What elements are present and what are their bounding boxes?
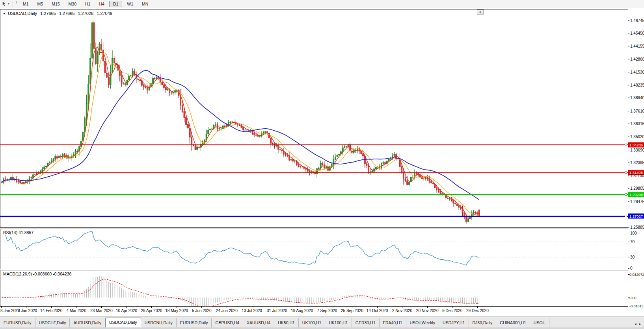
svg-text:70: 70 <box>630 240 635 244</box>
svg-text:5 Jun 2020: 5 Jun 2020 <box>192 309 212 313</box>
timeframe-button-m15[interactable]: M15 <box>48 1 63 7</box>
svg-text:13 Jul 2020: 13 Jul 2020 <box>242 309 262 313</box>
svg-text:1.27027: 1.27027 <box>629 214 643 218</box>
chart-tab-audusd-daily[interactable]: AUDUSD,Daily <box>70 318 105 327</box>
timeframe-button-d1[interactable]: D1 <box>109 1 122 7</box>
svg-text:1.44155: 1.44155 <box>630 44 644 48</box>
ohlc-open-value: 1.27665 <box>40 11 56 16</box>
chart-tab-usdchf-daily[interactable]: USDCHF,Daily <box>35 318 70 327</box>
cursor-arrow-icon <box>2 1 7 7</box>
svg-text:1.28475: 1.28475 <box>630 200 644 204</box>
ohlc-low-value: 1.27028 <box>78 11 93 16</box>
svg-text:100: 100 <box>630 231 637 235</box>
svg-text:1.25885: 1.25885 <box>630 225 644 229</box>
toolbar-grip-handle[interactable] <box>16 1 17 7</box>
chart-tab-usdcnh-daily[interactable]: USDCNH,Daily <box>141 318 177 327</box>
svg-text:30: 30 <box>630 255 635 259</box>
svg-text:0: 0 <box>630 266 633 270</box>
svg-text:1.31100: 1.31100 <box>630 174 644 178</box>
svg-text:1.46745: 1.46745 <box>630 18 644 23</box>
rsi-panel <box>0 231 628 266</box>
svg-text:1.35020: 1.35020 <box>630 135 644 139</box>
price-chart-canvas[interactable]: 1.342061.314051.292081.270271.467451.454… <box>0 8 644 316</box>
svg-text:1.29805: 1.29805 <box>630 186 644 190</box>
svg-text:4 Mar 2020: 4 Mar 2020 <box>67 309 87 313</box>
timeframe-button-h1[interactable]: H1 <box>81 1 94 7</box>
horizontal-lines[interactable]: 1.342061.314051.292081.27027 <box>0 142 644 219</box>
chart-tab-eurusd-daily[interactable]: EURUSD,Daily <box>0 318 35 327</box>
svg-text:24 Jun 2020: 24 Jun 2020 <box>216 309 238 313</box>
collapse-triangle-icon[interactable]: ▼ <box>3 12 6 15</box>
svg-text:1.29208: 1.29208 <box>629 192 643 197</box>
macd-indicator-label: MACD(12,26,9) -0.003600 -0.004236 <box>3 272 71 276</box>
chart-title: ▼ USDCAD,Daily 1.27665 1.27665 1.27028 1… <box>3 11 112 16</box>
toolbar-separator <box>13 1 13 7</box>
svg-text:1.45450: 1.45450 <box>630 31 644 35</box>
panel-borders <box>0 9 628 307</box>
chart-tab-usoil-[interactable]: USOil, <box>530 318 549 327</box>
svg-text:1.36315: 1.36315 <box>630 122 644 126</box>
svg-text:31 Jul 2020: 31 Jul 2020 <box>267 309 287 313</box>
tab-scroll-right-icon[interactable]: ► <box>638 322 642 326</box>
ohlc-high-value: 1.27665 <box>59 11 75 16</box>
chart-window[interactable]: 1.342061.314051.292081.270271.467451.454… <box>0 8 644 316</box>
symbol-tabs: EURUSD,DailyUSDCHF,DailyAUDUSD,DailyUSDC… <box>0 316 632 327</box>
date-axis: 8 Jan 202027 Jan 202014 Feb 20204 Mar 20… <box>0 307 489 313</box>
chart-tab-ger30-h1[interactable]: GER30,H1 <box>352 318 380 327</box>
chart-tab-china300-h1[interactable]: CHINA300,H1 <box>496 318 530 327</box>
timeframe-button-m30[interactable]: M30 <box>65 1 80 7</box>
timeframe-button-mn[interactable]: MN <box>138 1 152 7</box>
svg-text:14 Feb 2020: 14 Feb 2020 <box>40 309 63 313</box>
timeframe-button-w1[interactable]: W1 <box>123 1 137 7</box>
ohlc-close-value: 1.27049 <box>97 11 112 16</box>
svg-text:27 Jan 2020: 27 Jan 2020 <box>15 309 37 313</box>
moving-averages <box>2 47 479 218</box>
cursor-tool-button[interactable]: ▼ <box>0 0 11 7</box>
chart-tab-hk50-h1[interactable]: HK50,H1 <box>274 318 299 327</box>
svg-text:2 Nov 2020: 2 Nov 2020 <box>392 309 413 313</box>
svg-text:20 Nov 2020: 20 Nov 2020 <box>416 309 439 313</box>
svg-text:1.40235: 1.40235 <box>630 83 644 87</box>
timeframe-button-m1[interactable]: M1 <box>19 1 33 7</box>
chart-tab-uk100-h1[interactable]: UK100,H1 <box>325 318 352 327</box>
macd-panel <box>2 276 479 306</box>
chart-scroll-up-button[interactable]: ▲ <box>477 9 484 15</box>
price-axis: 1.467451.454501.441551.428601.415301.402… <box>628 18 644 308</box>
svg-text:25 Sep 2020: 25 Sep 2020 <box>341 309 363 313</box>
svg-text:7 Sep 2020: 7 Sep 2020 <box>317 309 337 313</box>
chart-tab-dj30-daily[interactable]: DJ30,Daily <box>469 318 497 327</box>
chart-tab-usdjpy-h1[interactable]: USDJPY,H1 <box>439 318 469 327</box>
svg-text:1.37610: 1.37610 <box>630 109 644 113</box>
tab-scroll-arrows: ◄ ► <box>632 322 644 327</box>
toolbar-separator <box>154 1 154 7</box>
timeframe-button-m5[interactable]: M5 <box>34 1 47 7</box>
symbol-tabbar: EURUSD,DailyUSDCHF,DailyAUDUSD,DailyUSDC… <box>0 316 644 327</box>
chart-tab-usdcad-daily[interactable]: USDCAD,Daily <box>105 318 141 327</box>
chart-tab-eurusd-daily[interactable]: EURUSD,Daily <box>177 318 212 327</box>
top-toolbar: ▼ M1M5M15M30H1H4D1W1MN <box>0 0 644 8</box>
svg-text:1.33690: 1.33690 <box>630 148 644 152</box>
svg-text:29 Dec 2020: 29 Dec 2020 <box>466 309 489 313</box>
chart-tab-fra40-h1[interactable]: FRA40,H1 <box>380 318 406 327</box>
svg-text:19 Aug 2020: 19 Aug 2020 <box>291 309 313 313</box>
candles <box>1 20 480 224</box>
svg-text:9 Dec 2020: 9 Dec 2020 <box>442 309 463 313</box>
rsi-indicator-label: RSI(14) 41.8857 <box>3 230 34 235</box>
chart-tab-xauusd-h4[interactable]: XAUUSD,H4 <box>243 318 274 327</box>
timeframe-button-group: M1M5M15M30H1H4D1W1MN <box>19 1 153 7</box>
chevron-down-icon: ▼ <box>7 3 10 5</box>
svg-text:10 Apr 2020: 10 Apr 2020 <box>116 309 137 313</box>
svg-text:14 Oct 2020: 14 Oct 2020 <box>367 309 388 313</box>
svg-text:18 May 2020: 18 May 2020 <box>165 309 188 313</box>
svg-text:29 Apr 2020: 29 Apr 2020 <box>141 309 162 313</box>
tab-scroll-left-icon[interactable]: ◄ <box>634 322 637 326</box>
svg-text:1.38940: 1.38940 <box>630 96 644 100</box>
svg-text:0.00: 0.00 <box>629 296 637 300</box>
timeframe-button-h4[interactable]: H4 <box>95 1 108 7</box>
chart-tab-gbpusd-h4[interactable]: GBPUSD,H4 <box>212 318 243 327</box>
chart-tab-uk100-h1[interactable]: UK100,H1 <box>299 318 325 327</box>
svg-text:1.42860: 1.42860 <box>630 57 644 61</box>
chart-symbol-label: USDCAD,Daily <box>8 11 37 16</box>
chart-tab-usoil-weekly[interactable]: USOil,Weekly <box>406 318 439 327</box>
svg-text:-0.01815: -0.01815 <box>629 304 644 308</box>
